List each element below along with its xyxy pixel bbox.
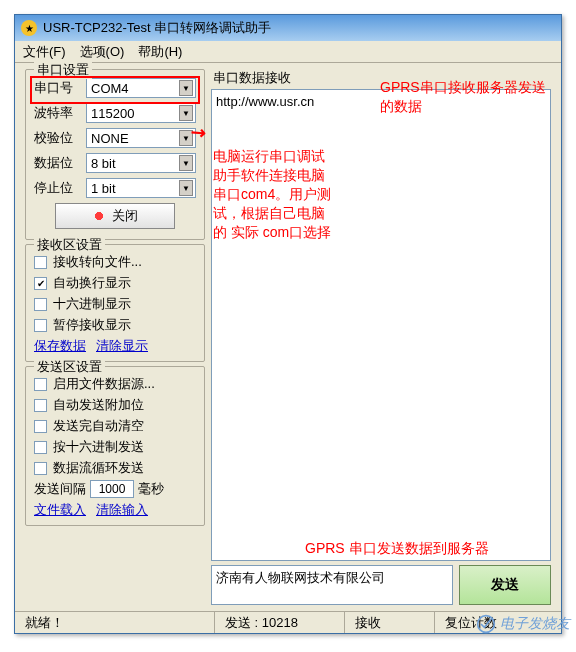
- checkbox-to-file[interactable]: [34, 256, 47, 269]
- interval-label: 发送间隔: [34, 480, 86, 498]
- tx-auto-extra: 自动发送附加位: [53, 396, 144, 414]
- rx-textarea[interactable]: http://www.usr.cn: [211, 89, 551, 561]
- rx-settings-group: 接收区设置 接收转向文件... ✔自动换行显示 十六进制显示 暂停接收显示 保存…: [25, 244, 205, 362]
- chevron-down-icon[interactable]: ▼: [179, 155, 193, 171]
- rx-group-title: 接收区设置: [34, 236, 105, 254]
- baud-value: 115200: [91, 106, 134, 121]
- app-icon: ★: [21, 20, 37, 36]
- send-row: 济南有人物联网技术有限公司 发送: [211, 565, 551, 605]
- parity-value: NONE: [91, 131, 129, 146]
- save-data-link[interactable]: 保存数据: [34, 337, 86, 355]
- status-recv: 接收: [345, 612, 435, 633]
- left-column: 串口设置 串口号 COM4 ▼ 波特率 115200 ▼ 校验位 NONE: [15, 63, 211, 611]
- interval-unit: 毫秒: [138, 480, 164, 498]
- send-button[interactable]: 发送: [459, 565, 551, 605]
- serial-settings-group: 串口设置 串口号 COM4 ▼ 波特率 115200 ▼ 校验位 NONE: [25, 69, 205, 240]
- checkbox-auto-wrap[interactable]: ✔: [34, 277, 47, 290]
- clear-input-link[interactable]: 清除输入: [96, 501, 148, 519]
- port-combo[interactable]: COM4 ▼: [86, 78, 196, 98]
- interval-input[interactable]: [90, 480, 134, 498]
- checkbox-hex[interactable]: [34, 298, 47, 311]
- checkbox-auto-extra[interactable]: [34, 399, 47, 412]
- port-label: 串口号: [34, 79, 80, 97]
- right-column: 串口数据接收 http://www.usr.cn 济南有人物联网技术有限公司 发…: [211, 63, 561, 611]
- menu-options[interactable]: 选项(O): [80, 43, 125, 61]
- send-input[interactable]: 济南有人物联网技术有限公司: [211, 565, 453, 605]
- window-title: USR-TCP232-Test 串口转网络调试助手: [43, 19, 271, 37]
- checkbox-auto-clear[interactable]: [34, 420, 47, 433]
- checkbox-loop-send[interactable]: [34, 462, 47, 475]
- close-port-button[interactable]: 关闭: [55, 203, 175, 229]
- rx-to-file: 接收转向文件...: [53, 253, 142, 271]
- status-ready: 就绪！: [15, 612, 215, 633]
- checkbox-hex-send[interactable]: [34, 441, 47, 454]
- app-window: ★ USR-TCP232-Test 串口转网络调试助手 文件(F) 选项(O) …: [14, 14, 562, 634]
- parity-combo[interactable]: NONE ▼: [86, 128, 196, 148]
- statusbar: 就绪！ 发送 : 10218 接收 复位计数: [15, 611, 561, 633]
- chevron-down-icon[interactable]: ▼: [179, 80, 193, 96]
- stopbits-label: 停止位: [34, 179, 80, 197]
- chevron-down-icon[interactable]: ▼: [179, 105, 193, 121]
- status-icon: [92, 209, 106, 223]
- menu-file[interactable]: 文件(F): [23, 43, 66, 61]
- send-btn-label: 发送: [491, 576, 519, 594]
- baud-combo[interactable]: 115200 ▼: [86, 103, 196, 123]
- tx-group-title: 发送区设置: [34, 358, 105, 376]
- databits-value: 8 bit: [91, 156, 116, 171]
- file-load-link[interactable]: 文件载入: [34, 501, 86, 519]
- tx-auto-clear: 发送完自动清空: [53, 417, 144, 435]
- titlebar[interactable]: ★ USR-TCP232-Test 串口转网络调试助手: [15, 15, 561, 41]
- stopbits-combo[interactable]: 1 bit ▼: [86, 178, 196, 198]
- rx-auto-wrap: 自动换行显示: [53, 274, 131, 292]
- tx-file-src: 启用文件数据源...: [53, 375, 155, 393]
- menubar: 文件(F) 选项(O) 帮助(H): [15, 41, 561, 63]
- rx-pause: 暂停接收显示: [53, 316, 131, 334]
- rx-hex: 十六进制显示: [53, 295, 131, 313]
- port-value: COM4: [91, 81, 129, 96]
- databits-combo[interactable]: 8 bit ▼: [86, 153, 196, 173]
- chevron-down-icon[interactable]: ▼: [179, 130, 193, 146]
- tx-settings-group: 发送区设置 启用文件数据源... 自动发送附加位 发送完自动清空 按十六进制发送…: [25, 366, 205, 526]
- checkbox-file-src[interactable]: [34, 378, 47, 391]
- rx-area-label: 串口数据接收: [213, 69, 551, 87]
- baud-label: 波特率: [34, 104, 80, 122]
- send-input-value: 济南有人物联网技术有限公司: [216, 570, 385, 585]
- serial-group-title: 串口设置: [34, 61, 92, 79]
- tx-loop-send: 数据流循环发送: [53, 459, 144, 477]
- clear-display-link[interactable]: 清除显示: [96, 337, 148, 355]
- status-reset[interactable]: 复位计数: [435, 612, 561, 633]
- parity-label: 校验位: [34, 129, 80, 147]
- chevron-down-icon[interactable]: ▼: [179, 180, 193, 196]
- status-send: 发送 : 10218: [215, 612, 345, 633]
- stopbits-value: 1 bit: [91, 181, 116, 196]
- close-btn-label: 关闭: [112, 207, 138, 225]
- rx-content: http://www.usr.cn: [216, 94, 314, 109]
- checkbox-pause[interactable]: [34, 319, 47, 332]
- menu-help[interactable]: 帮助(H): [138, 43, 182, 61]
- body-area: 串口设置 串口号 COM4 ▼ 波特率 115200 ▼ 校验位 NONE: [15, 63, 561, 611]
- databits-label: 数据位: [34, 154, 80, 172]
- tx-hex-send: 按十六进制发送: [53, 438, 144, 456]
